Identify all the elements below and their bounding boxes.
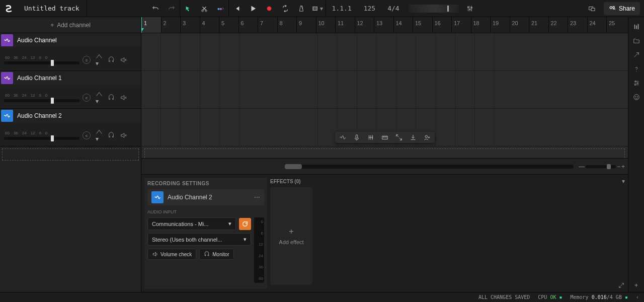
recording-channel-row[interactable]: Audio Channel 2 ⋯ bbox=[147, 189, 264, 205]
volume-slider[interactable] bbox=[4, 61, 79, 64]
mute-icon[interactable] bbox=[120, 56, 127, 63]
channel-strip[interactable]: Audio Channel 1 6036241260 c ▾ bbox=[0, 71, 141, 109]
position-readout[interactable]: 1.1.1 bbox=[326, 5, 358, 12]
bar-marker[interactable]: 7 bbox=[258, 17, 277, 33]
bar-marker[interactable]: 14 bbox=[393, 17, 413, 33]
redo-button[interactable] bbox=[164, 0, 180, 17]
help-icon[interactable] bbox=[633, 65, 640, 72]
bar-marker[interactable]: 17 bbox=[451, 17, 471, 33]
mute-icon[interactable] bbox=[120, 94, 127, 101]
play-button[interactable] bbox=[245, 0, 261, 17]
color-tool[interactable] bbox=[212, 0, 228, 17]
skip-start-button[interactable] bbox=[229, 0, 245, 17]
devices-button[interactable] bbox=[584, 0, 600, 17]
bar-marker[interactable]: 2 bbox=[161, 17, 181, 33]
bar-marker[interactable]: 8 bbox=[277, 17, 297, 33]
automation-icon[interactable]: ▾ bbox=[96, 128, 103, 142]
bar-marker[interactable]: 20 bbox=[510, 17, 529, 33]
zoom-minimize[interactable]: — bbox=[579, 163, 585, 170]
bar-marker[interactable]: 10 bbox=[316, 17, 336, 33]
channel-strip[interactable]: Audio Channel 6036241260 c ▾ bbox=[0, 33, 141, 71]
pointer-tool[interactable] bbox=[180, 0, 196, 17]
keyboard-icon[interactable] bbox=[381, 134, 388, 141]
bar-marker[interactable]: 6 bbox=[238, 17, 258, 33]
refresh-input-button[interactable] bbox=[239, 218, 251, 230]
bar-marker[interactable]: 1 bbox=[141, 17, 161, 33]
pan-knob[interactable]: c bbox=[83, 131, 91, 139]
track-lane[interactable] bbox=[141, 33, 628, 71]
bar-marker[interactable]: 21 bbox=[529, 17, 548, 33]
mute-icon[interactable] bbox=[120, 132, 127, 139]
waveform-icon[interactable] bbox=[339, 134, 346, 141]
bar-marker[interactable]: 24 bbox=[587, 17, 607, 33]
chevron-left-icon[interactable]: ‹ bbox=[636, 294, 639, 300]
folder-icon[interactable] bbox=[633, 37, 640, 44]
monitor-button[interactable]: Monitor bbox=[199, 249, 233, 260]
mixer-button[interactable] bbox=[462, 0, 478, 17]
bar-marker[interactable]: 25 bbox=[606, 17, 626, 33]
track-title[interactable]: Untitled track bbox=[17, 0, 87, 17]
automation-icon[interactable]: ▾ bbox=[96, 91, 103, 105]
app-logo[interactable] bbox=[0, 0, 17, 17]
bar-marker[interactable]: 18 bbox=[471, 17, 491, 33]
more-icon[interactable]: ⋯ bbox=[254, 194, 260, 201]
bar-marker[interactable]: 23 bbox=[568, 17, 587, 33]
volume-check-button[interactable]: Volume check bbox=[147, 249, 196, 260]
cut-tool[interactable] bbox=[196, 0, 212, 17]
undo-button[interactable] bbox=[147, 0, 164, 17]
bar-marker[interactable]: 19 bbox=[490, 17, 510, 33]
headphones-icon[interactable] bbox=[108, 56, 115, 63]
download-icon[interactable] bbox=[410, 134, 417, 141]
users-icon[interactable] bbox=[424, 134, 431, 141]
loop-button[interactable] bbox=[277, 0, 293, 17]
metronome-button[interactable] bbox=[293, 0, 309, 17]
add-channel-button[interactable]: + Add channel bbox=[0, 17, 141, 33]
pan-knob[interactable]: c bbox=[83, 56, 91, 64]
headphones-icon[interactable] bbox=[108, 94, 115, 101]
bar-marker[interactable]: 15 bbox=[413, 17, 432, 33]
zoom-in[interactable]: + bbox=[621, 163, 625, 170]
snap-menu[interactable]: ▾ bbox=[309, 0, 326, 17]
mic-icon[interactable] bbox=[353, 134, 360, 141]
bar-marker[interactable]: 4 bbox=[200, 17, 219, 33]
timeline-ruler[interactable]: 1234567891011121314151617181920212223242… bbox=[141, 17, 628, 33]
levels-icon[interactable] bbox=[633, 23, 640, 30]
midi-icon[interactable] bbox=[367, 134, 374, 141]
sends-icon[interactable] bbox=[633, 51, 640, 58]
input-mode-select[interactable]: Stereo (Uses both channel... ▾ bbox=[147, 233, 251, 246]
channel-name[interactable]: Audio Channel bbox=[17, 37, 57, 44]
channel-drop-zone[interactable] bbox=[2, 148, 139, 161]
share-button[interactable]: Share bbox=[604, 2, 640, 15]
resize-icon[interactable] bbox=[618, 282, 625, 289]
bar-marker[interactable]: 13 bbox=[374, 17, 393, 33]
drop-zone[interactable] bbox=[144, 148, 625, 158]
expand-icon[interactable] bbox=[395, 134, 403, 141]
channel-name[interactable]: Audio Channel 1 bbox=[17, 74, 62, 82]
record-button[interactable] bbox=[261, 0, 277, 17]
bar-marker[interactable]: 16 bbox=[432, 17, 452, 33]
bar-marker[interactable]: 9 bbox=[296, 17, 316, 33]
add-effect-button[interactable]: + Add effect bbox=[270, 187, 312, 285]
zoom-out[interactable]: − bbox=[617, 163, 620, 170]
settings-sliders-icon[interactable] bbox=[633, 80, 640, 87]
horizontal-scroll[interactable] bbox=[285, 165, 574, 169]
channel-name[interactable]: Audio Channel 2 bbox=[17, 112, 62, 119]
panel-collapse-button[interactable]: ▾ bbox=[622, 178, 625, 185]
volume-slider[interactable] bbox=[4, 99, 79, 102]
smiley-icon[interactable] bbox=[633, 94, 640, 101]
rail-plus[interactable]: + bbox=[634, 282, 638, 289]
bar-marker[interactable]: 12 bbox=[355, 17, 374, 33]
volume-slider[interactable] bbox=[4, 137, 79, 140]
playhead[interactable] bbox=[141, 17, 142, 33]
channel-strip[interactable]: Audio Channel 2 6036241260 c ▾ bbox=[0, 109, 141, 146]
bar-marker[interactable]: 22 bbox=[548, 17, 568, 33]
track-lane[interactable] bbox=[141, 71, 628, 109]
bar-marker[interactable]: 3 bbox=[180, 17, 200, 33]
automation-icon[interactable]: ▾ bbox=[96, 53, 103, 67]
timesig-readout[interactable]: 4/4 bbox=[381, 5, 405, 12]
tempo-readout[interactable]: 125 bbox=[358, 5, 381, 12]
track-lanes[interactable] bbox=[141, 33, 628, 158]
pan-knob[interactable]: c bbox=[83, 94, 91, 102]
headphones-icon[interactable] bbox=[108, 132, 115, 139]
bar-marker[interactable]: 5 bbox=[219, 17, 238, 33]
